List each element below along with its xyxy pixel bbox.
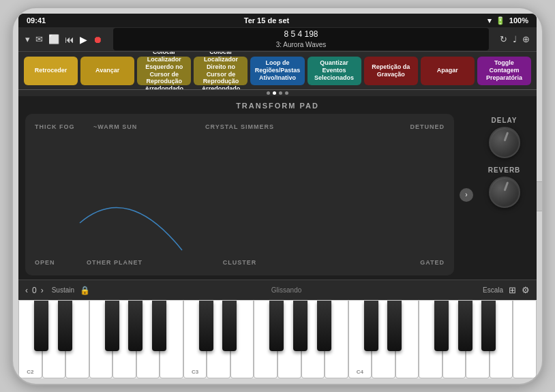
pad-curve xyxy=(25,114,454,275)
wifi-icon: ▾ xyxy=(487,16,492,25)
layout-icon[interactable]: ⬜ xyxy=(48,34,59,44)
black-key[interactable] xyxy=(387,301,402,351)
battery-icon: 🔋 xyxy=(496,16,505,25)
right-panel: DELAY REVERB xyxy=(479,114,530,275)
dot-1[interactable] xyxy=(273,91,276,95)
escala-label: Escala xyxy=(483,286,503,294)
transform-section: TRANSFORM PAD THICK FOG ~WARM SUN CRYSTA… xyxy=(18,96,537,280)
transport-display: 8 5 4 198 3: Aurora Waves xyxy=(113,28,489,50)
transport-track: 3: Aurora Waves xyxy=(276,40,327,49)
black-key[interactable] xyxy=(128,301,142,351)
quantizar-button[interactable]: Quantizar Eventos Selecionados xyxy=(308,57,361,85)
black-key[interactable] xyxy=(434,301,449,351)
loop-icon[interactable]: ↻ xyxy=(500,34,507,44)
black-key[interactable] xyxy=(199,301,213,351)
status-right: ▾ 🔋 100% xyxy=(487,16,528,25)
dot-0[interactable] xyxy=(267,91,270,95)
sustain-label: Sustain xyxy=(52,286,74,294)
transport-bar: ▾ ✉ ⬜ ⏮ ▶ ⏺ 8 5 4 198 3: Aurora Waves ↻ … xyxy=(18,27,537,52)
black-key[interactable] xyxy=(317,301,331,351)
midi-icon[interactable]: ✉ xyxy=(35,34,43,44)
transform-content: THICK FOG ~WARM SUN CRYSTAL SIMMERS DETU… xyxy=(25,114,530,275)
status-date: Ter 15 de set xyxy=(244,16,289,25)
black-key[interactable] xyxy=(293,301,308,351)
transport-position: 8 5 4 198 xyxy=(284,29,318,40)
grid-icon[interactable]: ⊞ xyxy=(509,285,516,295)
white-key[interactable] xyxy=(513,301,537,378)
piano[interactable]: C2C3C4 xyxy=(18,300,537,378)
battery-level: 100% xyxy=(509,16,528,25)
black-key[interactable] xyxy=(481,301,496,351)
transport-left: ▾ ✉ ⬜ xyxy=(25,34,59,44)
black-key[interactable] xyxy=(34,301,48,351)
octave-nav: ‹ 0 › Sustain 🔒 xyxy=(25,286,90,295)
black-key[interactable] xyxy=(58,301,72,351)
ipad-frame: 09:41 Ter 15 de set ▾ 🔋 100% ▾ ✉ ⬜ ⏮ ▶ ⏺… xyxy=(12,7,543,385)
status-time: 09:41 xyxy=(27,16,46,25)
glissando-area: Glissando xyxy=(98,286,475,294)
glissando-label: Glissando xyxy=(271,286,301,294)
page-dots xyxy=(18,90,537,96)
apagar-button[interactable]: Apagar xyxy=(421,57,475,85)
avancar-button[interactable]: Avançar xyxy=(80,57,134,85)
loc-esq-button[interactable]: Colocar Localizador Esquerdo no Cursor d… xyxy=(137,57,191,85)
status-bar: 09:41 Ter 15 de set ▾ 🔋 100% xyxy=(18,14,537,27)
delay-knob[interactable] xyxy=(489,127,520,158)
black-key[interactable] xyxy=(105,301,119,351)
black-key[interactable] xyxy=(364,301,378,351)
keyboard-controls: ‹ 0 › Sustain 🔒 Glissando Escala ⊞ ⚙ xyxy=(18,280,537,300)
black-key[interactable] xyxy=(458,301,472,351)
screen: 09:41 Ter 15 de set ▾ 🔋 100% ▾ ✉ ⬜ ⏮ ▶ ⏺… xyxy=(18,14,537,378)
reverb-label: REVERB xyxy=(488,166,521,174)
metronome-icon[interactable]: ♩ xyxy=(513,34,517,44)
black-key[interactable] xyxy=(222,301,237,351)
delay-label: DELAY xyxy=(492,117,518,124)
delay-section: DELAY xyxy=(489,117,520,158)
toggle-button[interactable]: Toggle Contagem Preparatória xyxy=(477,57,531,85)
reverb-section: REVERB xyxy=(488,166,521,208)
octave-left[interactable]: ‹ xyxy=(25,286,28,295)
octave-right[interactable]: › xyxy=(41,286,44,295)
loc-dir-button[interactable]: Colocar Localizador Direito no Cursor de… xyxy=(194,57,247,85)
dropdown-icon[interactable]: ▾ xyxy=(25,34,30,44)
dot-2[interactable] xyxy=(279,91,282,95)
black-key[interactable] xyxy=(269,301,284,351)
volume-button[interactable] xyxy=(12,158,13,179)
settings-icon[interactable]: ⊕ xyxy=(522,34,530,44)
reverb-knob[interactable] xyxy=(489,177,520,208)
loop-button[interactable]: Loop de Regiões/Pastas Ativo/Inativo xyxy=(250,57,304,85)
record-button[interactable]: ⏺ xyxy=(93,34,102,45)
transform-pad[interactable]: THICK FOG ~WARM SUN CRYSTAL SIMMERS DETU… xyxy=(25,114,454,275)
kbd-right: Escala ⊞ ⚙ xyxy=(483,285,530,295)
repeticao-button[interactable]: Repetição da Gravação xyxy=(364,57,418,85)
sustain-icon[interactable]: 🔒 xyxy=(80,286,90,295)
piano-keys: C2C3C4 xyxy=(18,301,537,378)
settings2-icon[interactable]: ⚙ xyxy=(522,285,530,295)
expand-button[interactable]: › xyxy=(460,188,473,202)
retroceder-button[interactable]: Retroceder xyxy=(24,57,78,85)
play-button[interactable]: ▶ xyxy=(80,34,87,45)
rewind-button[interactable]: ⏮ xyxy=(65,34,74,45)
transform-title: TRANSFORM PAD xyxy=(25,102,530,110)
toolbar: Retroceder Avançar Colocar Localizador E… xyxy=(18,52,537,90)
octave-value: 0 xyxy=(32,286,37,295)
black-key[interactable] xyxy=(152,301,166,351)
transport-right: ↻ ♩ ⊕ xyxy=(500,34,530,44)
dot-3[interactable] xyxy=(285,91,288,95)
